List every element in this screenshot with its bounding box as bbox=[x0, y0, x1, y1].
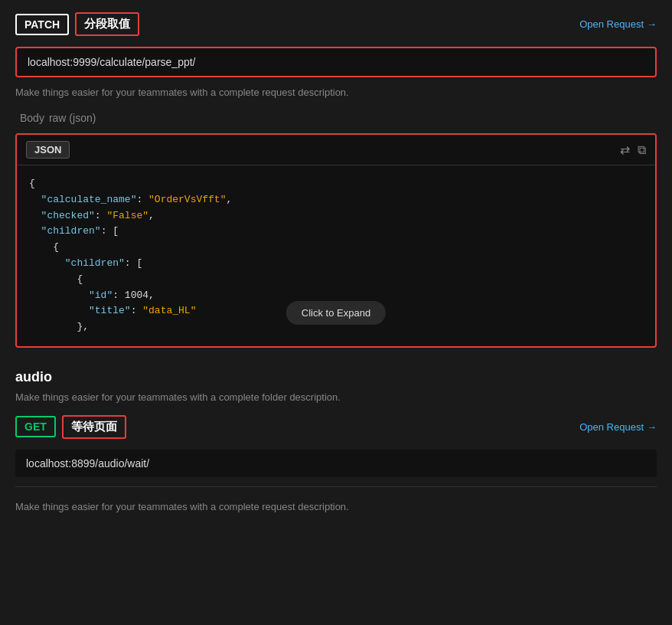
toolbar-icons: ⇄ ⧉ bbox=[620, 142, 646, 157]
json-line-7: { bbox=[29, 272, 643, 288]
patch-endpoint-title: 分段取值 bbox=[75, 12, 139, 36]
json-editor-container: JSON ⇄ ⧉ { "calculate_name": "OrderVsVff… bbox=[15, 133, 657, 348]
json-line-2: "calculate_name": "OrderVsVfft", bbox=[29, 192, 643, 208]
get-method-badge: GET bbox=[15, 416, 56, 437]
copy-icon[interactable]: ⧉ bbox=[638, 143, 646, 157]
patch-url-bar[interactable]: localhost:9999/calculate/parse_ppt/ bbox=[15, 47, 657, 77]
patch-header-left: PATCH 分段取值 bbox=[15, 12, 139, 36]
json-line-3: "checked": "False", bbox=[29, 208, 643, 224]
open-request-link-get[interactable]: Open Request → bbox=[579, 421, 657, 433]
json-content-area[interactable]: { "calculate_name": "OrderVsVfft", "chec… bbox=[17, 165, 655, 346]
get-request-header: GET 等待页面 Open Request → bbox=[15, 415, 657, 439]
patch-method-badge: PATCH bbox=[15, 14, 69, 35]
body-label: Bodyraw (json) bbox=[15, 112, 657, 124]
json-line-1: { bbox=[29, 176, 643, 192]
json-editor-toolbar: JSON ⇄ ⧉ bbox=[17, 135, 655, 165]
json-line-6: "children": [ bbox=[29, 256, 643, 272]
open-request-link-patch[interactable]: Open Request → bbox=[579, 18, 657, 30]
divider bbox=[15, 486, 657, 487]
json-line-5: { bbox=[29, 240, 643, 256]
get-endpoint-title: 等待页面 bbox=[62, 415, 126, 439]
get-header-left: GET 等待页面 bbox=[15, 415, 126, 439]
get-description: Make things easier for your teammates wi… bbox=[15, 501, 657, 512]
patch-request-header: PATCH 分段取值 Open Request → bbox=[15, 12, 657, 36]
json-line-4: "children": [ bbox=[29, 224, 643, 240]
json-badge[interactable]: JSON bbox=[26, 141, 70, 159]
filter-icon[interactable]: ⇄ bbox=[620, 142, 630, 157]
click-to-expand-button[interactable]: Click to Expand bbox=[286, 301, 386, 325]
patch-description: Make things easier for your teammates wi… bbox=[15, 87, 657, 98]
get-url-bar[interactable]: localhost:8899/audio/wait/ bbox=[15, 450, 657, 477]
audio-section-description: Make things easier for your teammates wi… bbox=[15, 391, 657, 403]
audio-section-title: audio bbox=[15, 369, 657, 385]
